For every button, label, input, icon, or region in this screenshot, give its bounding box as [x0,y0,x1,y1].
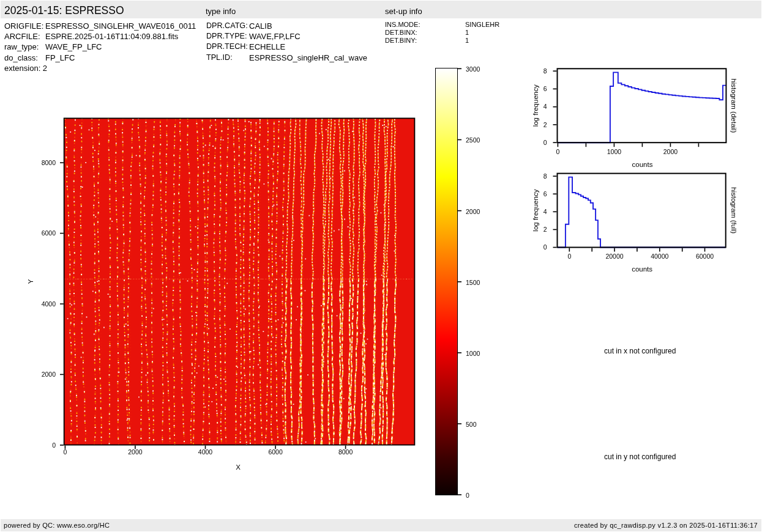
svg-text:log frequency: log frequency [532,84,539,127]
svg-text:2500: 2500 [466,136,480,144]
svg-text:2000: 2000 [466,208,480,215]
svg-text:0: 0 [556,148,559,155]
svg-text:6: 6 [543,85,547,92]
svg-text:4000: 4000 [198,448,213,456]
svg-text:0: 0 [466,492,469,499]
svg-text:0: 0 [543,139,547,146]
svg-text:0: 0 [52,441,56,449]
svg-text:4: 4 [543,103,547,110]
svg-text:60000: 60000 [696,253,714,260]
svg-text:6000: 6000 [42,229,56,237]
svg-text:6000: 6000 [268,448,283,456]
svg-text:40000: 40000 [651,253,668,260]
svg-text:20000: 20000 [605,253,623,260]
svg-text:0: 0 [567,253,571,260]
svg-text:4000: 4000 [42,300,56,308]
svg-text:Y: Y [27,279,34,284]
svg-text:log frequency: log frequency [532,189,539,231]
svg-text:1000: 1000 [466,350,480,357]
svg-text:8000: 8000 [42,159,56,166]
svg-text:3000: 3000 [466,65,480,73]
svg-text:8000: 8000 [338,448,353,456]
svg-text:0: 0 [63,448,67,456]
svg-text:500: 500 [466,421,477,428]
svg-text:8: 8 [543,67,547,75]
svg-text:histogram (full): histogram (full) [730,187,738,234]
svg-text:counts: counts [632,265,652,273]
svg-text:6: 6 [543,190,547,198]
svg-text:2000: 2000 [42,371,56,378]
svg-text:1000: 1000 [607,148,622,155]
svg-text:0: 0 [543,243,547,251]
svg-text:X: X [236,464,241,471]
svg-text:histogram (detail): histogram (detail) [730,78,738,133]
svg-text:4: 4 [543,208,547,215]
svg-text:2000: 2000 [663,148,678,155]
svg-text:2: 2 [543,121,547,128]
svg-text:8: 8 [543,172,547,180]
svg-text:2: 2 [543,226,547,233]
svg-text:2000: 2000 [128,448,143,456]
svg-text:1500: 1500 [466,279,480,286]
